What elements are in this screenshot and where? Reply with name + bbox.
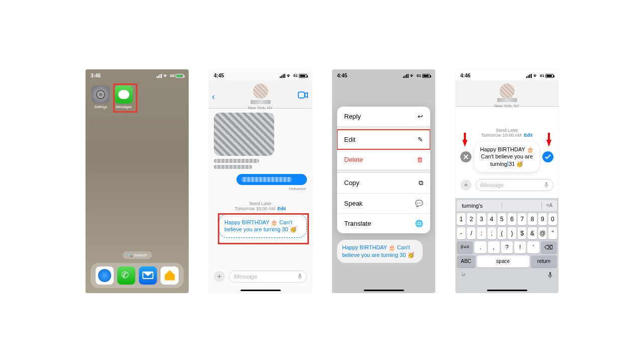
- facetime-button[interactable]: [298, 92, 308, 99]
- key-return[interactable]: return: [531, 255, 557, 267]
- status-time: 4:45: [214, 73, 224, 78]
- key[interactable]: .: [474, 241, 486, 253]
- key[interactable]: 6: [508, 213, 516, 225]
- scheduled-message-bubble[interactable]: Happy BIRTHDAY 🎂 Can't believe you are t…: [337, 240, 423, 263]
- send-later-time: Tomorrow 10:00 AM: [481, 133, 522, 138]
- key[interactable]: ): [508, 227, 516, 239]
- send-later-edit-link[interactable]: Edit: [277, 206, 286, 211]
- key[interactable]: /: [467, 227, 475, 239]
- input-placeholder: iMessage: [233, 274, 257, 280]
- app-phone[interactable]: ✆: [117, 266, 135, 285]
- contact-avatar[interactable]: [500, 83, 515, 99]
- status-bar: 4:45 ᯤ 81: [209, 69, 312, 80]
- menu-translate[interactable]: Translate 🌐: [337, 214, 430, 233]
- cancel-edit-button[interactable]: [460, 151, 471, 162]
- key[interactable]: 7: [518, 213, 526, 225]
- key[interactable]: :: [477, 227, 486, 239]
- key[interactable]: ": [548, 227, 557, 239]
- menu-edit[interactable]: Edit ✎: [337, 130, 430, 150]
- key[interactable]: 4: [488, 213, 496, 225]
- key[interactable]: 9: [538, 213, 547, 225]
- dictate-icon[interactable]: [544, 182, 549, 189]
- key-space[interactable]: space: [477, 255, 529, 267]
- compass-icon: [98, 269, 111, 282]
- home-indicator[interactable]: [364, 290, 404, 291]
- svg-rect-3: [299, 273, 300, 277]
- svg-rect-5: [549, 272, 551, 276]
- key[interactable]: ': [527, 241, 539, 253]
- menu-reply[interactable]: Reply ↩︎: [337, 107, 430, 127]
- home-indicator[interactable]: [240, 290, 281, 291]
- received-image-redacted[interactable]: [214, 113, 274, 156]
- key[interactable]: 1: [457, 213, 465, 225]
- message-input[interactable]: iMessage: [229, 270, 307, 283]
- scheduled-message-bubble[interactable]: Happy BIRTHDAY 🎂 Can't believe you are t…: [219, 214, 307, 238]
- app-mail[interactable]: [139, 266, 157, 285]
- spotlight-search[interactable]: 🔍 Search: [122, 251, 151, 259]
- key-backspace[interactable]: ⌫: [541, 241, 557, 253]
- key[interactable]: ;: [488, 227, 496, 239]
- key[interactable]: (: [498, 227, 506, 239]
- search-label: Search: [134, 253, 146, 257]
- key[interactable]: ,: [488, 241, 500, 253]
- suggestion-word[interactable]: turning's: [457, 203, 502, 209]
- sent-message-redacted[interactable]: [236, 174, 307, 185]
- key[interactable]: @: [538, 227, 547, 239]
- emoji-button[interactable]: ☺: [461, 272, 466, 279]
- copy-icon: ⧉: [419, 179, 423, 187]
- speech-bubble-icon: [115, 85, 133, 104]
- key[interactable]: &: [528, 227, 536, 239]
- menu-delete[interactable]: Delete 🗑: [337, 150, 430, 170]
- message-input[interactable]: iMessage: [475, 179, 553, 191]
- key-row-1: 1 2 3 4 5 6 7 8 9 0: [457, 213, 557, 225]
- send-later-time: Tomorrow 10:00 AM: [235, 206, 275, 211]
- app-safari[interactable]: [96, 266, 114, 285]
- contact-name-redacted: [251, 100, 271, 104]
- key[interactable]: 5: [498, 213, 506, 225]
- translate-icon: 🌐: [415, 220, 423, 227]
- signal-icon: [156, 74, 162, 78]
- app-settings[interactable]: Settings: [92, 85, 110, 109]
- key[interactable]: !: [514, 241, 526, 253]
- status-time: 4:45: [337, 73, 347, 78]
- editing-text: Happy BIRTHDAY 🎂 Can't believe you are t…: [480, 146, 533, 167]
- key-abc[interactable]: ABC: [457, 255, 475, 267]
- phone-conversation: 4:45 ᯤ 81 ‹ New York, NY Delivered Send …: [209, 69, 312, 293]
- key[interactable]: 2: [467, 213, 475, 225]
- signal-icon: [280, 74, 285, 78]
- house-icon: [164, 270, 175, 281]
- key[interactable]: 3: [477, 213, 486, 225]
- home-indicator[interactable]: [487, 290, 527, 291]
- search-icon: 🔍: [127, 253, 132, 257]
- confirm-edit-button[interactable]: [542, 151, 553, 162]
- suggestion-eqA[interactable]: =A: [542, 203, 557, 208]
- conversation-header: New York, NY: [455, 80, 558, 107]
- key[interactable]: 0: [548, 213, 557, 225]
- menu-speak[interactable]: Speak 💬: [337, 194, 430, 214]
- key[interactable]: $: [518, 227, 526, 239]
- contact-avatar[interactable]: [253, 83, 268, 99]
- callout-arrow-icon: [462, 140, 467, 147]
- menu-copy[interactable]: Copy ⧉: [337, 173, 430, 194]
- key[interactable]: ?: [501, 241, 513, 253]
- key-row-2: - / : ; ( ) $ & @ ": [457, 227, 557, 239]
- key[interactable]: 8: [528, 213, 536, 225]
- dictate-icon[interactable]: [297, 273, 302, 280]
- send-later-edit-link[interactable]: Edit: [524, 133, 532, 138]
- key-shift[interactable]: #+=: [457, 241, 473, 253]
- svg-rect-4: [545, 182, 547, 185]
- dictate-button[interactable]: [547, 272, 553, 279]
- speaker-icon: 💬: [415, 200, 423, 207]
- signal-icon: [403, 74, 409, 78]
- wifi-icon: ᯤ: [533, 73, 538, 78]
- editing-message-bubble[interactable]: Happy BIRTHDAY 🎂 Can't believe you are t…: [474, 142, 539, 172]
- attach-button[interactable]: ＋: [214, 271, 225, 282]
- app-home[interactable]: [160, 266, 179, 285]
- wifi-icon: ᯤ: [287, 73, 292, 78]
- attach-button[interactable]: ＋: [460, 179, 471, 191]
- status-bar: 3:46 ᯤ 68: [86, 69, 189, 80]
- app-messages[interactable]: Messages: [115, 85, 133, 109]
- key[interactable]: -: [457, 227, 465, 239]
- callout-arrow-icon: [546, 140, 551, 147]
- battery-indicator: 81: [540, 73, 553, 78]
